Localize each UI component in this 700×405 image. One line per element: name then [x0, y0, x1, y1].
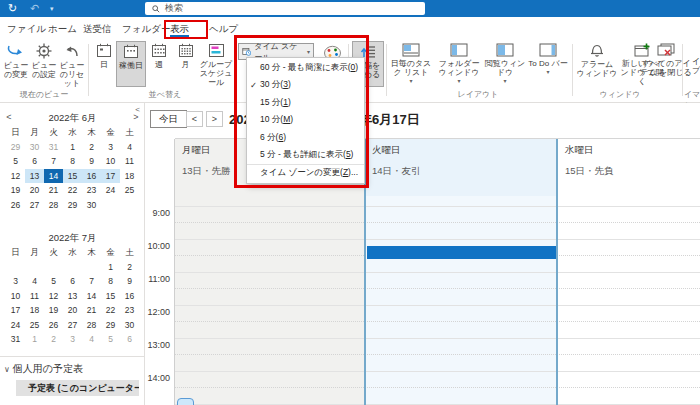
mini-calendar-day[interactable]: 4	[120, 140, 139, 155]
reading-pane-button[interactable]: 閲覧ウィンドウ ▾	[484, 41, 526, 87]
menu-item[interactable]: 5 分 - 最も詳細に表示(5)	[247, 147, 364, 165]
immersive-reader-button-partial[interactable]: イ ブ	[686, 41, 700, 87]
day-view-button[interactable]: 日	[92, 41, 116, 87]
menu-item[interactable]: 10 分(M)	[247, 112, 364, 130]
mini-calendar-day[interactable]: 2	[120, 260, 139, 275]
folder-pane-button[interactable]: フォルダー ウィンドウ ▾	[436, 41, 482, 87]
mini-calendar-day[interactable]: 16	[82, 169, 101, 184]
mini-calendar-day[interactable]: 29	[101, 318, 120, 333]
reset-view-button[interactable]: ビューのリセット	[58, 41, 86, 87]
mini-calendar-day[interactable]: 28	[44, 198, 63, 213]
mini-calendar-day[interactable]: 5	[101, 332, 120, 347]
daily-task-list-button[interactable]: 日毎のタスク リスト ▾	[388, 41, 434, 87]
mini-calendar-day[interactable]: 22	[63, 183, 82, 198]
mini-calendar-day[interactable]: 11	[120, 154, 139, 169]
mini-calendar-day[interactable]: 12	[44, 289, 63, 304]
tab-home[interactable]: ホーム	[48, 20, 77, 37]
appointment-peek[interactable]	[177, 398, 194, 405]
change-view-button[interactable]: ビューの変更	[2, 41, 30, 87]
mini-calendar-day[interactable]: 14	[82, 289, 101, 304]
previous-week-button[interactable]: <	[186, 111, 203, 127]
time-grid[interactable]	[175, 196, 700, 405]
mini-calendar-day[interactable]: 18	[120, 169, 139, 184]
menu-item[interactable]: ✓30 分(3)	[247, 77, 364, 95]
mini-calendar-day[interactable]: 4	[25, 274, 44, 289]
mini-calendar-day[interactable]: 13	[25, 169, 44, 184]
mini-calendar-day[interactable]: 3	[101, 140, 120, 155]
prev-month-icon[interactable]: <	[4, 110, 14, 125]
mini-calendar-day[interactable]: 8	[63, 154, 82, 169]
sync-icon[interactable]: ↻	[8, 1, 17, 16]
mini-calendar-day[interactable]: 21	[44, 183, 63, 198]
mini-calendar-day[interactable]: 6	[25, 154, 44, 169]
mini-calendar-day[interactable]: 9	[120, 274, 139, 289]
month-view-button[interactable]: 月	[172, 41, 199, 87]
todo-bar-button[interactable]: To Do バー ▾	[528, 41, 568, 87]
mini-calendar-day[interactable]: 5	[44, 274, 63, 289]
mini-calendar-day[interactable]: 22	[101, 303, 120, 318]
my-calendars-group[interactable]: ∨ 個人用の予定表	[4, 362, 83, 376]
mini-calendar-day[interactable]: 12	[6, 169, 25, 184]
mini-calendar-day[interactable]: 17	[101, 169, 120, 184]
calendar-folder-item[interactable]: 予定表 (このコンピューター…	[16, 380, 139, 396]
mini-calendar-day[interactable]: 24	[101, 183, 120, 198]
mini-calendar-day[interactable]: 26	[44, 318, 63, 333]
mini-calendar-day[interactable]: 17	[6, 303, 25, 318]
mini-calendar-day[interactable]: 6	[63, 274, 82, 289]
mini-calendar-day[interactable]: 23	[120, 303, 139, 318]
tab-folder[interactable]: フォルダー	[122, 20, 170, 37]
mini-calendar-day[interactable]: 25	[120, 183, 139, 198]
week-view-button[interactable]: 週	[146, 41, 172, 87]
mini-calendar-day[interactable]: 6	[120, 332, 139, 347]
menu-item[interactable]: タイム ゾーンの変更(Z)...	[247, 164, 364, 182]
tab-sendreceive[interactable]: 送受信	[83, 20, 112, 37]
mini-calendar-day[interactable]: 26	[6, 198, 25, 213]
mini-calendar-day[interactable]: 9	[82, 154, 101, 169]
mini-calendar-day[interactable]: 31	[6, 332, 25, 347]
reminders-window-button[interactable]: アラーム ウィンドウ	[576, 41, 618, 87]
mini-calendar-day[interactable]: 5	[6, 154, 25, 169]
mini-calendar-day[interactable]: 10	[101, 154, 120, 169]
mini-calendar-day[interactable]: 25	[25, 318, 44, 333]
mini-calendar-day[interactable]: 4	[82, 332, 101, 347]
column-header-wednesday[interactable]: 水曜日 15日・先負	[558, 139, 700, 196]
tab-view[interactable]: 表示	[170, 20, 189, 37]
mini-calendar-day[interactable]: 28	[82, 318, 101, 333]
mini-calendar-day[interactable]: 1	[63, 140, 82, 155]
mini-calendar-day[interactable]: 27	[63, 318, 82, 333]
mini-calendar-day[interactable]: 20	[25, 183, 44, 198]
next-week-button[interactable]: >	[206, 111, 223, 127]
mini-calendar-day[interactable]: 30	[120, 318, 139, 333]
next-month-icon[interactable]: >	[131, 110, 141, 125]
mini-calendar-day[interactable]: 30	[82, 198, 101, 213]
mini-calendar-day[interactable]: 24	[6, 318, 25, 333]
mini-calendar-day[interactable]: 15	[63, 169, 82, 184]
mini-calendar-day[interactable]: 3	[63, 332, 82, 347]
column-header-tuesday[interactable]: 火曜日 14日・友引	[365, 139, 558, 196]
mini-calendar-day[interactable]: 19	[6, 183, 25, 198]
mini-calendar-day[interactable]: 30	[25, 140, 44, 155]
selected-time-slot[interactable]	[367, 246, 556, 259]
group-schedule-button[interactable]: グループ スケジュール	[199, 41, 233, 87]
quick-access-caret-icon[interactable]: ▾	[50, 1, 54, 17]
menu-item[interactable]: 6 分(6)	[247, 129, 364, 147]
mini-calendar-selected-day[interactable]: 14	[44, 169, 63, 184]
mini-calendar-day[interactable]: 2	[82, 140, 101, 155]
work-week-view-button[interactable]: 稼働日	[116, 41, 146, 87]
mini-calendar-day[interactable]: 19	[44, 303, 63, 318]
mini-calendar-day[interactable]: 20	[63, 303, 82, 318]
view-settings-button[interactable]: ビューの設定	[30, 41, 58, 87]
mini-calendar-day[interactable]: 21	[82, 303, 101, 318]
tab-file[interactable]: ファイル	[7, 20, 46, 37]
mini-calendar-day[interactable]: 3	[6, 274, 25, 289]
menu-item[interactable]: 60 分 - 最も簡潔に表示(0)	[247, 59, 364, 77]
mini-calendar-day[interactable]: 2	[44, 332, 63, 347]
mini-calendar-day[interactable]: 8	[101, 274, 120, 289]
mini-calendar-day[interactable]: 7	[82, 274, 101, 289]
mini-calendar-day[interactable]: 16	[120, 289, 139, 304]
search-input[interactable]: 検索	[145, 2, 425, 15]
mini-calendar-day[interactable]: 23	[82, 183, 101, 198]
mini-calendar-day[interactable]: 27	[25, 198, 44, 213]
mini-calendar-day[interactable]: 7	[44, 154, 63, 169]
mini-calendar-day[interactable]: 13	[63, 289, 82, 304]
